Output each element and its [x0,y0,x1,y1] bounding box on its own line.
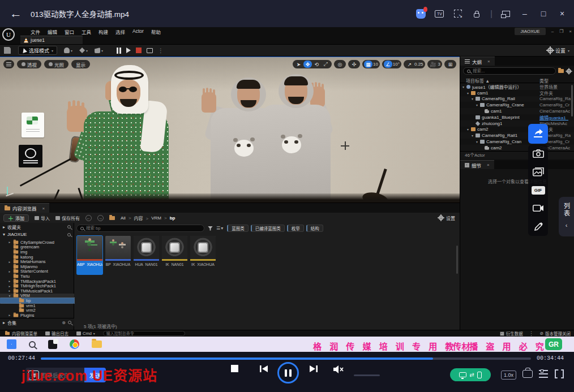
content-drawer-button[interactable]: 内容侧滑菜单 [5,330,37,337]
add-button[interactable]: ＋ 添加 [3,214,29,222]
add-collection-icon[interactable]: ⊕ [62,320,66,325]
project-root-row[interactable]: ▾ JIAOXUE [0,231,74,238]
stop-button[interactable] [231,365,238,372]
expand-arrow-icon[interactable]: ▾ [467,127,471,131]
gif-record-button[interactable]: GIF [532,186,545,195]
surface-snap-toggle[interactable]: ✣ [350,61,358,68]
breadcrumb-item[interactable]: 内容 [134,215,149,221]
toolbox-button[interactable] [522,370,533,378]
asset-tile[interactable]: ABP_XIAOHUA [76,235,103,275]
folder-row[interactable]: vrm2 [0,308,74,313]
perspective-dropdown[interactable]: 透视 [17,60,41,68]
outliner-row[interactable]: ▾ guanka1_Blueprint 编辑guanka1_ [460,114,574,120]
minimize-button[interactable]: – [520,8,530,19]
outliner-scrollbar[interactable] [571,85,573,117]
taskbar-search-icon[interactable] [29,341,36,348]
scale-tool-button[interactable]: ⤢ [322,61,330,68]
folder-row[interactable]: ▸ TMMusicalPack1 [0,288,74,294]
level-tab[interactable]: juese1 [20,36,83,44]
filter-chip[interactable]: 蓝图类 [227,225,249,232]
ue-restore-icon[interactable]: ❐ [559,29,563,34]
camera-speed-value[interactable]: 3 [438,62,440,67]
outliner-column-header[interactable]: 项目标签 ▲ 类型 [460,77,574,83]
tab-outliner[interactable]: 大纲 × [460,57,495,66]
folder-row[interactable]: Mtjianmo [0,264,74,269]
console-input[interactable] [103,331,185,336]
folder-arrow-icon[interactable]: ▸ [8,240,11,244]
forward-nav-button[interactable]: → [97,215,104,221]
ue-menu-item[interactable]: 构建 [98,28,108,35]
asset-search-input[interactable] [76,225,204,232]
lock-icon[interactable] [472,8,482,19]
quad-view-toggle[interactable]: ⊞ [446,61,455,68]
angle-snap-value[interactable]: 10° [393,62,400,67]
cinematics-dropdown[interactable]: ▾ [95,48,103,53]
eject-button[interactable] [147,48,153,53]
breadcrumb-item[interactable]: All [121,216,131,221]
snapshot-icon[interactable] [453,8,463,19]
favorites-row[interactable]: ▸ 收藏夹 [0,223,74,231]
asset-tile[interactable]: IK_NAN01 [161,235,188,275]
close-icon[interactable]: × [487,59,490,64]
ue-menu-item[interactable]: 编辑 [48,28,57,35]
camera-speed-control[interactable]: 🎥 3 [427,60,442,68]
folder-row[interactable]: ▸ TMHighTechPack1 [0,283,74,288]
folder-row[interactable]: ▾ VRM [0,294,74,299]
grid-snap-value[interactable]: 10 [373,62,378,67]
pause-pie-button[interactable] [117,48,121,54]
folder-row[interactable]: greencam [0,245,74,250]
outliner-row[interactable]: ▾ juese1（编辑器中运行） 世界场景 [460,84,574,90]
blueprint-dropdown[interactable]: ▾ [79,48,88,53]
stop-pie-button[interactable] [136,48,142,53]
scale-snap-value[interactable]: 0.25 [414,62,423,67]
lit-dropdown[interactable]: 光照 [44,60,68,68]
breadcrumb-item[interactable]: VRM [151,216,166,221]
content-settings-dropdown[interactable]: 设置 [438,215,455,221]
expand-arrow-icon[interactable]: ▾ [472,97,476,101]
search-icon[interactable] [67,233,71,236]
select-mode-dropdown[interactable]: 选择模式 ▾ [18,46,57,55]
folder-row[interactable]: katong [0,255,74,260]
tab-details[interactable]: 细节 × [460,160,494,169]
start-button-icon[interactable] [7,339,16,349]
play-pause-button[interactable] [277,362,299,384]
folder-arrow-icon[interactable]: ▸ [8,289,11,292]
assistant-icon[interactable] [415,8,426,19]
video-record-icon[interactable] [533,204,544,212]
file-explorer-icon[interactable] [92,341,102,348]
folder-row[interactable]: ▸ Plugins [0,313,74,318]
cast-device-button[interactable]: ⇄ [450,368,491,381]
folder-arrow-icon[interactable]: ▸ [8,270,11,273]
filter-icon[interactable] [208,226,213,231]
asset-search-field[interactable] [86,226,200,231]
folder-arrow-icon[interactable]: ▸ [8,285,11,288]
tv-cast-icon[interactable]: TV [434,8,444,19]
viewport[interactable]: 透视 光照 显示 ➤ ✥ ⟲ ⤢ ◎ ✣ ▦ 10 ∠ 1 [0,57,460,203]
asset-tile[interactable]: HUA_NAN01 [133,235,160,275]
folder-row[interactable]: img [0,249,74,255]
editor-settings-dropdown[interactable]: 设置 ▾ [547,47,569,54]
add-actor-dropdown[interactable]: ▾ [64,48,72,53]
settings-sliders-button[interactable] [539,370,548,378]
save-all-button[interactable]: 保存所有 [55,215,80,221]
outliner-row[interactable]: ▾ CameraRig_Cran CameraRig_Cr [460,139,574,145]
folder-row[interactable]: ▸ MetaHumans [0,259,74,264]
mini-mode-button[interactable] [501,8,511,19]
filter-chip[interactable]: 结构 [306,225,323,232]
scale-snap-control[interactable]: ↗ 0.25 [404,60,425,68]
outliner-row[interactable]: ▾ CameraRig_Rail1 CameraRig_Ra [460,132,574,139]
close-button[interactable]: × [557,8,567,19]
outliner-row[interactable]: ▾ zhuicong1 StaticMeshAc [460,120,574,127]
expand-arrow-icon[interactable]: ▾ [462,85,466,89]
previous-button[interactable] [259,365,268,373]
asset-tile[interactable]: IK_XIAOHUA [190,235,216,275]
show-dropdown[interactable]: 显示 [71,60,90,68]
close-icon[interactable]: × [42,206,45,211]
outliner-search-input[interactable] [463,67,556,75]
camera-icon[interactable] [533,149,544,158]
frame-skip-button[interactable] [126,48,131,53]
move-tool-button[interactable]: ✥ [303,61,312,68]
mute-button[interactable] [333,365,344,374]
outliner-row[interactable]: ▾ cam2 CineCameraAc [460,145,574,151]
ue-menu-item[interactable]: 窗口 [65,28,74,35]
